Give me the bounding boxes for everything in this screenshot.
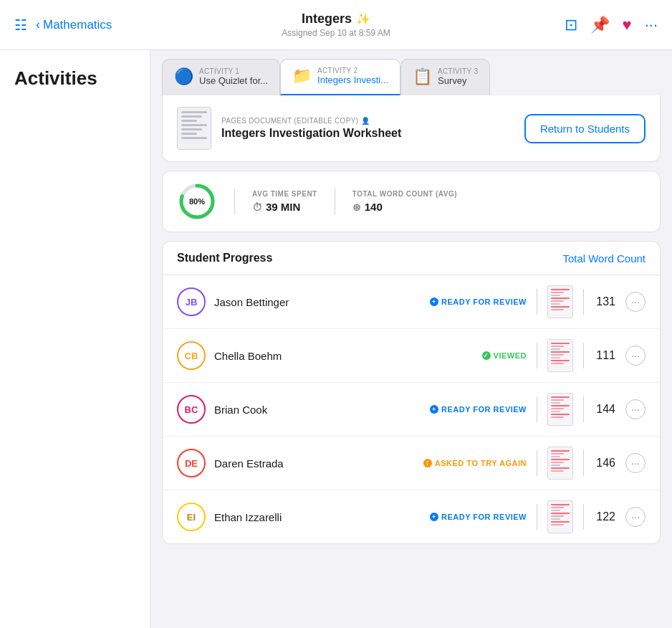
sidebar: Activities [0, 50, 150, 628]
student-left-3: DE Daren Estrada [177, 449, 335, 477]
student-avatar-2: BC [177, 395, 206, 424]
student-row: JB Jason Bettinger + READY FOR REVIEW 13… [163, 275, 660, 329]
pin-icon[interactable]: 📌 [590, 16, 610, 34]
more-button-2[interactable]: ··· [625, 399, 645, 419]
row-divider2-3 [583, 450, 584, 476]
status-dot-0: + [430, 298, 438, 306]
row-divider-4 [537, 504, 537, 530]
row-divider2-2 [583, 396, 584, 422]
student-avatar-0: JB [177, 287, 206, 316]
top-bar-center: Integers ✨ Assigned Sep 10 at 8:59 AM [165, 11, 507, 38]
sidebar-toggle-icon[interactable]: ☷ [14, 16, 27, 34]
student-row: EI Ethan Izzarelli + READY FOR REVIEW 12… [163, 490, 660, 543]
student-row: CB Chella Boehm ✓ VIEWED 111 ··· [163, 329, 660, 383]
status-badge-2: + READY FOR REVIEW [430, 405, 527, 414]
document-type-label: PAGES DOCUMENT (EDITABLE COPY) 👤 [221, 117, 401, 125]
status-badge-0: + READY FOR REVIEW [430, 298, 527, 306]
student-right-1: ✓ VIEWED 111 ··· [335, 339, 645, 372]
heart-icon[interactable]: ♥ [623, 16, 632, 34]
avg-time-label: AVG TIME SPENT [252, 190, 317, 198]
progress-header: Student Progress Total Word Count [163, 242, 660, 275]
student-right-2: + READY FOR REVIEW 144 ··· [335, 393, 645, 426]
student-name-1: Chella Boehm [214, 350, 282, 362]
progress-ring: 80% [177, 181, 217, 222]
content-area: 🔵 ACTIVITY 1 Use Quizlet for... 📁 ACTIVI… [150, 50, 672, 628]
mini-doc-4[interactable] [547, 500, 573, 533]
top-bar: ☷ ‹ Mathematics Integers ✨ Assigned Sep … [0, 0, 672, 50]
status-dot-2: + [430, 405, 438, 414]
document-section: PAGES DOCUMENT (EDITABLE COPY) 👤 Integer… [162, 95, 661, 162]
avg-time-stat: AVG TIME SPENT ⏱ 39 MIN [252, 190, 317, 213]
activity-tab-3[interactable]: 📋 ACTIVITY 3 Survey [400, 59, 490, 95]
word-count-label: TOTAL WORD COUNT (AVG) [352, 190, 457, 198]
mini-doc-2[interactable] [547, 393, 573, 426]
mini-doc-1[interactable] [547, 339, 573, 372]
activity1-name: Use Quizlet for... [199, 75, 268, 86]
status-badge-1: ✓ VIEWED [482, 351, 527, 360]
row-divider-3 [537, 450, 537, 476]
avg-time-value: ⏱ 39 MIN [252, 201, 317, 213]
stat-divider-1 [234, 189, 235, 214]
activity-tabs: 🔵 ACTIVITY 1 Use Quizlet for... 📁 ACTIVI… [150, 50, 672, 95]
row-divider2-4 [583, 504, 584, 530]
back-navigation[interactable]: ‹ Mathematics [36, 17, 112, 32]
student-left-1: CB Chella Boehm [177, 341, 335, 370]
return-to-students-button[interactable]: Return to Students [524, 114, 645, 143]
status-dot-3: ! [423, 459, 432, 467]
student-name-4: Ethan Izzarelli [214, 511, 282, 523]
student-row: DE Daren Estrada ! ASKED TO TRY AGAIN 14… [163, 437, 660, 490]
activity1-icon: 🔵 [174, 67, 193, 86]
word-count-4: 122 [594, 510, 615, 523]
more-button-1[interactable]: ··· [625, 346, 645, 366]
back-chevron-icon: ‹ [36, 17, 40, 32]
status-dot-4: + [430, 513, 438, 521]
more-button-0[interactable]: ··· [625, 292, 645, 312]
word-count-2: 144 [594, 403, 615, 416]
row-divider2-0 [583, 289, 584, 315]
activity2-icon: 📁 [292, 67, 312, 85]
document-info: PAGES DOCUMENT (EDITABLE COPY) 👤 Integer… [177, 107, 401, 150]
activity-tab-2[interactable]: 📁 ACTIVITY 2 Integers Investi... [280, 59, 400, 95]
document-name: Integers Investigation Worksheet [221, 127, 401, 140]
student-left-4: EI Ethan Izzarelli [177, 503, 335, 531]
mini-doc-3[interactable] [547, 447, 573, 480]
word-count-3: 146 [594, 457, 615, 470]
stat-divider-2 [335, 189, 335, 214]
document-thumbnail [177, 107, 211, 150]
row-divider-0 [537, 289, 537, 315]
word-count-0: 131 [594, 295, 615, 308]
more-options-icon[interactable]: ··· [645, 16, 658, 34]
activity-tab-1[interactable]: 🔵 ACTIVITY 1 Use Quizlet for... [162, 59, 280, 95]
student-right-4: + READY FOR REVIEW 122 ··· [335, 500, 645, 533]
word-count-icon: ⊛ [352, 201, 361, 213]
student-avatar-4: EI [177, 503, 206, 531]
mini-doc-0[interactable] [547, 285, 573, 318]
stats-bar: 80% AVG TIME SPENT ⏱ 39 MIN TOTAL WORD C… [162, 171, 661, 232]
copy-icon[interactable]: ⊡ [565, 16, 577, 34]
activity2-name: Integers Investi... [317, 75, 388, 85]
student-right-0: + READY FOR REVIEW 131 ··· [335, 285, 645, 318]
status-dot-1: ✓ [482, 351, 491, 360]
student-progress-section: Student Progress Total Word Count JB Jas… [162, 241, 661, 544]
top-bar-right: ⊡ 📌 ♥ ··· [507, 16, 658, 34]
assignment-subtitle: Assigned Sep 10 at 8:59 AM [165, 28, 507, 38]
student-progress-header-title: Student Progress [177, 252, 335, 265]
more-button-3[interactable]: ··· [625, 453, 645, 473]
status-badge-4: + READY FOR REVIEW [430, 513, 527, 521]
more-button-4[interactable]: ··· [625, 507, 645, 527]
user-icon: 👤 [361, 117, 370, 125]
total-word-count-header: Total Word Count [335, 252, 645, 265]
student-name-3: Daren Estrada [214, 457, 284, 470]
activity3-name: Survey [438, 75, 478, 86]
activity3-icon: 📋 [413, 67, 432, 86]
progress-percent-label: 80% [189, 197, 205, 206]
activity2-label: ACTIVITY 2 [317, 67, 388, 75]
row-divider-2 [537, 396, 537, 422]
student-name-2: Brian Cook [214, 404, 267, 416]
clock-icon: ⏱ [252, 201, 262, 213]
student-avatar-3: DE [177, 449, 206, 477]
activity3-label: ACTIVITY 3 [438, 67, 478, 75]
word-count-1: 111 [594, 349, 615, 362]
row-divider2-1 [583, 343, 584, 368]
word-count-stat: TOTAL WORD COUNT (AVG) ⊛ 140 [352, 190, 457, 213]
